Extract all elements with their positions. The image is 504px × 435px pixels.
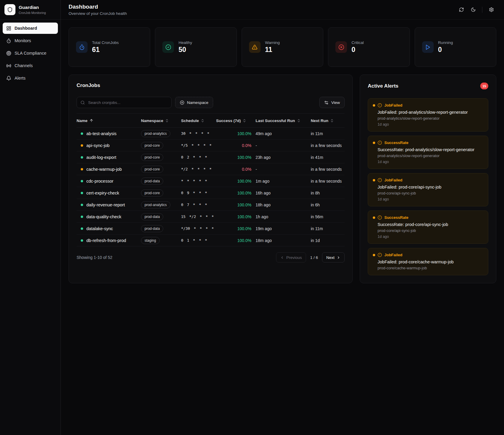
play-icon — [425, 44, 431, 50]
settings-button[interactable] — [486, 5, 496, 15]
bell-icon — [6, 76, 11, 81]
stat-value: 0 — [438, 46, 453, 54]
refresh-icon — [459, 7, 464, 12]
sidebar-nav: Dashboard Monitors S — [0, 20, 61, 87]
table-row-audit-log-export[interactable]: audit-log-export prod-core 0 2 * * * 100… — [77, 151, 345, 163]
broadcast-icon — [6, 63, 11, 68]
sidebar-item-dashboard[interactable]: Dashboard — [3, 23, 58, 34]
stat-value: 0 — [351, 46, 364, 54]
table-row-daily-revenue-report[interactable]: daily-revenue-report prod-analytics 0 7 … — [77, 199, 345, 211]
alert-card[interactable]: SuccessRate SuccessRate: prod-analytics/… — [368, 136, 488, 169]
status-dot — [81, 132, 83, 135]
alert-card[interactable]: JobFailed JobFailed: prod-core/cache-war… — [368, 248, 488, 275]
alert-target: prod-core/api-sync-job — [378, 228, 483, 233]
alert-list: JobFailed JobFailed: prod-analytics/slow… — [368, 98, 488, 275]
alert-title: JobFailed: prod-core/api-sync-job — [378, 185, 483, 189]
success-rate-value: 100.0% — [216, 155, 256, 160]
alert-title: JobFailed: prod-analytics/slow-report-ge… — [378, 110, 483, 115]
alerts-title: Active Alerts — [368, 83, 398, 89]
last-successful-run-value: - — [256, 167, 311, 172]
stat-card-total-cronjobs: Total CronJobs 61 — [69, 27, 150, 67]
column-header-success-7d[interactable]: Success (7d) — [216, 118, 256, 123]
namespace-badge: prod-data — [141, 225, 163, 232]
success-rate-value: 0.0% — [216, 143, 256, 148]
stat-card-running: Running 0 — [415, 27, 496, 67]
stat-value: 50 — [178, 46, 192, 54]
content: Total CronJobs 61 — [61, 20, 504, 291]
table-row-data-quality-check[interactable]: data-quality-check prod-data 15 */2 * * … — [77, 211, 345, 223]
sidebar: Guardian CronJob Monitoring Dashboard — [0, 0, 61, 435]
sidebar-item-channels[interactable]: Channels — [3, 60, 58, 71]
table-row-cache-warmup-job[interactable]: cache-warmup-job prod-core */2 * * * * 0… — [77, 163, 345, 175]
last-successful-run-value: 23h ago — [256, 155, 311, 160]
next-run-value: in a few seconds — [311, 167, 345, 172]
alert-card[interactable]: SuccessRate SuccessRate: prod-core/api-s… — [368, 211, 488, 244]
next-page-label: Next — [326, 255, 335, 260]
column-header-next-run[interactable]: Next Run — [311, 118, 345, 123]
sidebar-item-sla-compliance[interactable]: SLA Compliance — [3, 48, 58, 59]
stat-label: Total CronJobs — [92, 40, 119, 45]
namespace-badge: prod-analytics — [141, 130, 170, 137]
sidebar-item-monitors[interactable]: Monitors — [3, 35, 58, 46]
table-row-api-sync-job[interactable]: api-sync-job prod-core */5 * * * * 0.0% … — [77, 140, 345, 151]
column-header-schedule[interactable]: Schedule — [181, 118, 216, 123]
alert-status-dot — [373, 142, 375, 144]
schedule-value: 0 9 * * * — [181, 191, 216, 195]
next-run-value: in 1d — [311, 238, 345, 243]
success-rate-value: 100.0% — [216, 214, 256, 219]
success-rate-value: 100.0% — [216, 226, 256, 231]
last-successful-run-value: - — [256, 143, 311, 148]
dashboard-grid-icon — [6, 26, 11, 31]
page-subtitle: Overview of your CronJob health — [69, 11, 127, 16]
namespace-filter-button[interactable]: Namespace — [175, 97, 213, 108]
success-rate-value: 0.0% — [216, 167, 256, 172]
stat-label: Running — [438, 40, 453, 45]
cronjob-name: db-refresh-from-prod — [86, 238, 126, 243]
sidebar-item-label: Channels — [15, 63, 33, 68]
next-run-value: in 8h — [311, 191, 345, 195]
cronjob-name: cache-warmup-job — [86, 167, 122, 172]
alert-target: prod-analytics/slow-report-generator — [378, 154, 483, 158]
sidebar-item-label: Monitors — [15, 38, 31, 43]
next-run-value: in a few seconds — [311, 143, 345, 148]
last-successful-run-value: 1m ago — [256, 179, 311, 184]
theme-toggle-button[interactable] — [468, 5, 478, 15]
table-row-cert-expiry-check[interactable]: cert-expiry-check prod-core 0 9 * * * 10… — [77, 187, 345, 199]
namespace-badge: prod-core — [141, 189, 163, 197]
next-run-value: in 11m — [311, 226, 345, 231]
timer-icon — [6, 38, 11, 43]
success-rate-value: 100.0% — [216, 131, 256, 136]
alert-status-dot — [373, 216, 375, 219]
namespace-badge: prod-core — [141, 142, 163, 149]
alert-time: 1d ago — [378, 122, 483, 126]
next-page-button[interactable]: Next — [322, 252, 345, 262]
cronjob-name: audit-log-export — [86, 155, 116, 160]
sidebar-item-alerts[interactable]: Alerts — [3, 72, 58, 84]
search-input[interactable] — [88, 100, 168, 105]
status-dot — [81, 144, 83, 147]
schedule-value: 0 1 * * * — [181, 238, 216, 243]
view-options-button[interactable]: View — [319, 97, 345, 108]
refresh-button[interactable] — [456, 5, 466, 15]
table-row-datalake-sync[interactable]: datalake-sync prod-data */30 * * * * 100… — [77, 223, 345, 235]
table-row-db-refresh-from-prod[interactable]: db-refresh-from-prod staging 0 1 * * * 1… — [77, 235, 345, 246]
stat-label: Warning — [265, 40, 280, 45]
column-header-namespace[interactable]: Namespace — [141, 118, 181, 123]
column-header-label: Last Successful Run — [256, 118, 295, 123]
x-circle-icon — [338, 44, 344, 50]
alert-type-label: SuccessRate — [384, 140, 408, 145]
alert-type-label: JobFailed — [384, 178, 402, 182]
status-dot — [81, 204, 83, 206]
table-row-ab-test-analysis[interactable]: ab-test-analysis prod-analytics 30 * * *… — [77, 128, 345, 140]
cronjobs-table: Name Namespace — [77, 113, 345, 246]
pager: Previous 1 / 6 Next — [276, 252, 345, 262]
column-header-name[interactable]: Name — [77, 118, 141, 123]
alert-card[interactable]: JobFailed JobFailed: prod-analytics/slow… — [368, 98, 488, 132]
previous-page-button[interactable]: Previous — [276, 252, 306, 262]
alert-card[interactable]: JobFailed JobFailed: prod-core/api-sync-… — [368, 173, 488, 206]
table-footer: Showing 1-10 of 52 Previous 1 / 6 Next — [77, 252, 345, 262]
column-header-last-successful-run[interactable]: Last Successful Run — [256, 118, 311, 123]
namespace-badge: staging — [141, 237, 160, 244]
chevron-right-icon — [337, 256, 340, 260]
table-row-cdc-processor[interactable]: cdc-processor prod-data * * * * * 100.0%… — [77, 175, 345, 187]
